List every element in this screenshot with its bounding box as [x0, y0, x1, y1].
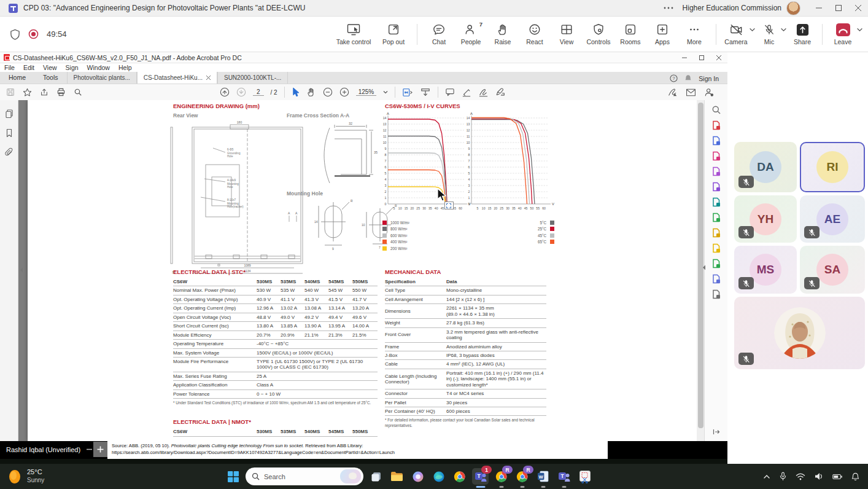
menu-help[interactable]: Help: [114, 64, 136, 71]
sign-in-button[interactable]: Sign In: [699, 75, 719, 82]
chat-button[interactable]: Chat: [423, 18, 455, 51]
leave-button[interactable]: Leave: [828, 18, 858, 51]
acrobat-minimize-button[interactable]: [676, 52, 693, 63]
acrobat-close-button[interactable]: [710, 52, 727, 63]
tray-chevron-up-icon[interactable]: [763, 474, 770, 479]
doc-tab-0[interactable]: Photovoltaic plants...: [67, 72, 137, 84]
mic-chevron-icon[interactable]: [780, 28, 787, 32]
menu-view[interactable]: View: [39, 64, 61, 71]
view-button[interactable]: View: [551, 18, 583, 51]
zoom-in-icon[interactable]: [339, 87, 349, 97]
leave-chevron-icon[interactable]: [856, 28, 863, 32]
document-scrollbar[interactable]: [697, 100, 704, 441]
fill-sign-icon[interactable]: [711, 182, 721, 192]
zoom-out-icon[interactable]: [323, 87, 333, 97]
participant-tile-sa[interactable]: SA: [800, 246, 865, 294]
tray-volume-icon[interactable]: [815, 472, 823, 480]
more-tools-icon[interactable]: [711, 289, 721, 299]
more-button[interactable]: More: [678, 18, 710, 51]
taskbar-teams-classic-icon[interactable]: T: [556, 468, 572, 485]
apps-button[interactable]: Apps: [646, 18, 678, 51]
previous-page-icon[interactable]: [220, 87, 230, 97]
page-width-icon[interactable]: [420, 88, 431, 97]
export-excel-icon[interactable]: [711, 213, 721, 222]
star-icon[interactable]: [23, 88, 32, 96]
notifications-bell-icon[interactable]: [684, 74, 692, 82]
share-person-icon[interactable]: [704, 88, 714, 97]
menu-window[interactable]: Window: [83, 64, 114, 71]
taskbar-file-explorer-icon[interactable]: [389, 468, 405, 485]
taskbar-teams-icon[interactable]: T1: [472, 468, 489, 485]
search-box[interactable]: Search: [246, 467, 363, 485]
save-icon[interactable]: [6, 88, 15, 96]
next-page-icon[interactable]: [236, 87, 246, 97]
mic-button[interactable]: Mic: [757, 18, 781, 51]
taskbar-snipping-tool-icon[interactable]: [576, 468, 593, 485]
highlight-icon[interactable]: [462, 88, 471, 97]
raise-button[interactable]: Raise: [487, 18, 519, 51]
find-icon[interactable]: [74, 88, 82, 96]
tray-wifi-icon[interactable]: [796, 473, 805, 480]
participant-tile-yh[interactable]: YH: [734, 195, 797, 243]
menu-file[interactable]: File: [0, 64, 19, 71]
fill-sign-icon[interactable]: [667, 88, 678, 97]
share-button[interactable]: Share: [788, 18, 816, 51]
weather-widget[interactable]: 25°C Sunny: [7, 468, 44, 484]
bookmarks-icon[interactable]: [5, 128, 14, 138]
export-pdf-icon[interactable]: [711, 136, 721, 146]
collapse-right-panel-icon[interactable]: [702, 265, 706, 270]
participant-tile-da[interactable]: DA: [734, 142, 797, 192]
create-pdf-icon[interactable]: [711, 120, 721, 130]
fit-width-icon[interactable]: [402, 88, 413, 97]
start-button[interactable]: [225, 468, 241, 485]
user-avatar[interactable]: [786, 1, 800, 15]
participant-tile-ri[interactable]: RI: [800, 142, 865, 192]
organize-pages-icon[interactable]: [711, 151, 721, 161]
camera-button[interactable]: Camera: [722, 18, 750, 51]
comment-tool-icon[interactable]: [711, 243, 721, 253]
tab-home[interactable]: Home: [0, 72, 34, 84]
tray-mic-icon[interactable]: [780, 472, 786, 481]
tray-battery-icon[interactable]: [832, 474, 842, 480]
edit-pdf-icon[interactable]: [711, 166, 721, 176]
attachments-icon[interactable]: [4, 147, 14, 157]
pill-minimize-icon[interactable]: [87, 448, 92, 450]
tray-bell-icon[interactable]: [851, 472, 859, 481]
collapse-left-panel-icon[interactable]: [20, 267, 23, 273]
camera-chevron-icon[interactable]: [749, 28, 756, 32]
combine-files-icon[interactable]: [711, 228, 721, 238]
minimize-button[interactable]: [809, 0, 829, 17]
acrobat-maximize-button[interactable]: [693, 52, 710, 63]
select-tool-icon[interactable]: [292, 87, 300, 97]
stamp-icon[interactable]: [495, 87, 506, 97]
sign-icon[interactable]: [478, 88, 489, 97]
taskbar-task-view-icon[interactable]: [368, 468, 384, 485]
menu-edit[interactable]: Edit: [19, 64, 39, 71]
find-tools-icon[interactable]: [711, 105, 721, 115]
page-number-input[interactable]: 2: [253, 88, 264, 96]
help-icon[interactable]: ?: [670, 74, 678, 82]
print-production-icon[interactable]: [711, 259, 721, 268]
taskbar-copilot-icon[interactable]: [409, 468, 426, 485]
tab-tools[interactable]: Tools: [34, 72, 67, 84]
titlebar-more-icon[interactable]: [663, 6, 674, 10]
participant-video-tile[interactable]: [734, 297, 865, 369]
doc-tab-1[interactable]: CS-Datasheet-HiKu...: [137, 72, 217, 84]
react-button[interactable]: React: [519, 18, 551, 51]
print-icon[interactable]: [56, 88, 66, 96]
taskbar-chrome-profile-1-icon[interactable]: R: [493, 468, 510, 485]
people-button[interactable]: 7People: [455, 18, 487, 51]
doc-tab-2[interactable]: SUN2000-100KTL-...: [217, 72, 288, 84]
share-file-icon[interactable]: [40, 88, 48, 96]
menu-sign[interactable]: Sign: [61, 64, 83, 71]
send-email-icon[interactable]: [686, 88, 696, 96]
maximize-button[interactable]: [829, 0, 848, 17]
rooms-button[interactable]: Rooms: [614, 18, 646, 51]
taskbar-edge-icon[interactable]: [430, 468, 447, 485]
taskbar-chrome-profile-2-icon[interactable]: R: [514, 468, 530, 485]
pill-expand-button[interactable]: [93, 442, 107, 457]
document-area[interactable]: ENGINEERING DRAWING (mm) Rear View Frame…: [18, 100, 704, 441]
controls-button[interactable]: Controls: [583, 18, 614, 51]
zoom-level-select[interactable]: 125%: [356, 88, 377, 96]
participant-tile-ms[interactable]: MS: [734, 246, 797, 294]
